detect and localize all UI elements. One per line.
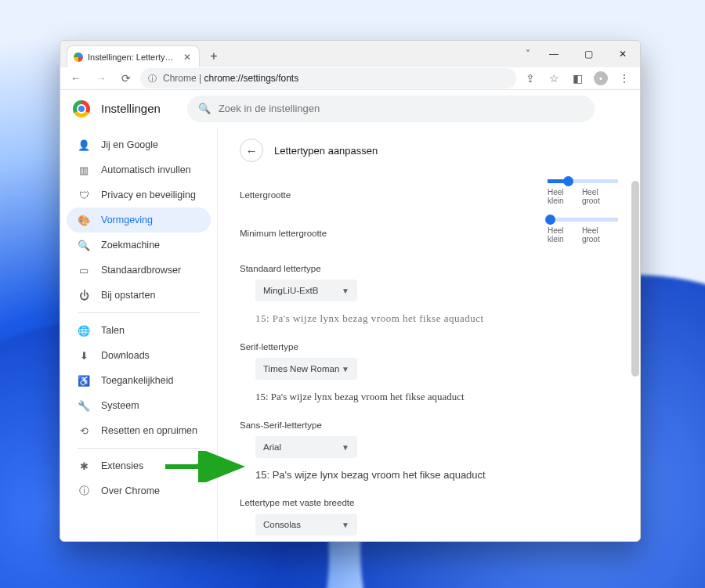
sidebar-icon: 🌐 — [78, 325, 90, 337]
chevron-down-icon: ▼ — [342, 287, 349, 295]
browser-tab[interactable]: Instellingen: Lettertypen aanpas… ✕ — [67, 45, 200, 67]
sidebar-item-downloads[interactable]: ⬇Downloads — [67, 343, 211, 368]
tab-overflow-icon[interactable]: ˅ — [519, 49, 537, 60]
sidebar-icon: 🎨 — [78, 215, 90, 226]
new-tab-button[interactable]: + — [204, 47, 223, 66]
sidebar-item-label: Privacy en beveiliging — [101, 189, 196, 200]
sidebar-divider — [78, 312, 200, 313]
settings-search[interactable]: 🔍 — [187, 96, 595, 122]
site-info-icon[interactable]: ⓘ — [148, 73, 157, 85]
serif-font-label: Serif-lettertype — [240, 342, 618, 352]
mono-font-dropdown[interactable]: Consolas▼ — [255, 514, 357, 536]
font-size-label: Lettergrootte — [240, 190, 291, 200]
omnibox[interactable]: ⓘ Chrome | chrome://settings/fonts — [140, 68, 516, 88]
settings-header: Instellingen 🔍 — [60, 90, 640, 128]
min-font-size-label: Minimum lettergrootte — [240, 229, 327, 238]
sidebar-item-label: Extensies — [101, 460, 143, 471]
mono-font-label: Lettertype met vaste breedte — [240, 498, 618, 507]
sidebar-item-systeem[interactable]: 🔧Systeem — [67, 393, 211, 418]
page-title: Lettertypen aanpassen — [274, 145, 378, 157]
sidebar-item-label: Resetten en opruimen — [101, 425, 197, 436]
settings-title: Instellingen — [101, 102, 161, 115]
sidebar-item-label: Talen — [101, 325, 125, 336]
settings-search-input[interactable] — [219, 103, 584, 114]
font-size-slider[interactable] — [548, 179, 618, 183]
menu-icon[interactable]: ⋮ — [613, 67, 635, 89]
annotation-arrow — [161, 451, 248, 482]
sidebar-item-jij-en-google[interactable]: 👤Jij en Google — [67, 132, 211, 157]
sans-font-label: Sans-Serif-lettertype — [240, 420, 618, 430]
window-maximize-button[interactable]: ▢ — [571, 41, 606, 67]
omnibox-text: Chrome | chrome://settings/fonts — [163, 73, 298, 84]
standard-font-label: Standaard lettertype — [240, 264, 618, 273]
sidebar-item-bij-opstarten[interactable]: ⏻Bij opstarten — [67, 283, 211, 308]
settings-main: ← Lettertypen aanpassen Lettergrootte He… — [217, 128, 640, 542]
sidebar-item-vormgeving[interactable]: 🎨Vormgeving — [67, 207, 211, 233]
browser-window: Instellingen: Lettertypen aanpas… ✕ + ˅ … — [60, 40, 641, 542]
sidebar-icon: 🔧 — [78, 400, 90, 412]
sidebar-icon: ▥ — [78, 164, 90, 176]
share-icon[interactable]: ⇪ — [519, 67, 541, 89]
sidebar-item-label: Toegankelijkheid — [101, 375, 173, 386]
sidebar-icon: ⓘ — [78, 484, 90, 498]
profile-button[interactable]: • — [590, 67, 612, 89]
sidebar-item-zoekmachine[interactable]: 🔍Zoekmachine — [67, 233, 211, 258]
chevron-down-icon: ▼ — [342, 365, 349, 373]
search-icon: 🔍 — [198, 103, 211, 114]
sidebar-icon: ⬇ — [78, 350, 90, 362]
tab-close-icon[interactable]: ✕ — [182, 52, 193, 63]
sidebar-item-label: Standaardbrowser — [101, 265, 181, 276]
sidebar-icon: ⏻ — [78, 290, 90, 301]
sidebar-item-toegankelijkheid[interactable]: ♿Toegankelijkheid — [67, 368, 211, 393]
sidebar-item-label: Systeem — [101, 400, 139, 411]
extensions-icon[interactable]: ◧ — [566, 67, 588, 89]
tab-favicon — [74, 52, 83, 62]
sidebar-item-label: Jij en Google — [101, 139, 158, 150]
bookmark-icon[interactable]: ☆ — [543, 67, 565, 89]
sidebar-item-talen[interactable]: 🌐Talen — [67, 318, 211, 343]
sidebar-icon: 👤 — [78, 139, 90, 151]
sidebar-icon: ♿ — [78, 375, 90, 387]
sidebar-divider — [78, 448, 200, 449]
nav-reload-button[interactable]: ⟳ — [115, 67, 137, 89]
sidebar-icon: ▭ — [78, 265, 90, 276]
sidebar-icon: 🔍 — [78, 240, 90, 251]
window-close-button[interactable]: ✕ — [606, 41, 640, 67]
standard-font-dropdown[interactable]: MingLiU-ExtB▼ — [255, 280, 357, 301]
sidebar-item-label: Bij opstarten — [101, 290, 155, 301]
chrome-logo-icon — [73, 100, 90, 117]
chevron-down-icon: ▼ — [342, 521, 349, 529]
nav-back-button[interactable]: ← — [65, 67, 87, 89]
tab-title: Instellingen: Lettertypen aanpas… — [88, 52, 177, 62]
serif-font-dropdown[interactable]: Times New Roman▼ — [255, 358, 357, 380]
sidebar-item-standaardbrowser[interactable]: ▭Standaardbrowser — [67, 258, 211, 283]
sidebar-item-privacy-en-beveiliging[interactable]: 🛡Privacy en beveiliging — [67, 182, 211, 207]
sans-font-sample: 15: Pa's wijze lynx bezag vroom het fiks… — [255, 469, 618, 481]
serif-font-sample: 15: Pa's wijze lynx bezag vroom het fiks… — [255, 391, 618, 403]
sidebar-item-label: Vormgeving — [101, 215, 153, 225]
standard-font-sample: 15: Pa's wijze lynx bezag vroom het fiks… — [255, 312, 618, 325]
chevron-down-icon: ▼ — [342, 443, 349, 452]
avatar: • — [594, 71, 608, 85]
window-titlebar: Instellingen: Lettertypen aanpas… ✕ + ˅ … — [60, 41, 640, 67]
sidebar-icon: ⟲ — [78, 425, 90, 437]
sidebar-item-automatisch-invullen[interactable]: ▥Automatisch invullen — [67, 157, 211, 182]
sidebar-icon: 🛡 — [78, 189, 90, 201]
window-minimize-button[interactable]: — — [537, 41, 571, 67]
sidebar-icon: ✱ — [78, 460, 90, 472]
sidebar-item-label: Zoekmachine — [101, 240, 160, 251]
sidebar-item-label: Automatisch invullen — [101, 164, 191, 175]
content-scrollbar[interactable] — [631, 181, 639, 377]
sans-font-dropdown[interactable]: Arial▼ — [255, 436, 357, 458]
window-controls: ˅ — ▢ ✕ — [519, 41, 640, 67]
sidebar-item-resetten-en-opruimen[interactable]: ⟲Resetten en opruimen — [67, 418, 211, 443]
browser-toolbar: ← → ⟳ ⓘ Chrome | chrome://settings/fonts… — [60, 67, 640, 90]
min-font-size-slider[interactable] — [548, 218, 618, 222]
sidebar-item-label: Downloads — [101, 350, 150, 361]
sidebar-item-label: Over Chrome — [101, 485, 160, 496]
nav-forward-button[interactable]: → — [90, 67, 112, 89]
page-back-button[interactable]: ← — [240, 139, 263, 162]
